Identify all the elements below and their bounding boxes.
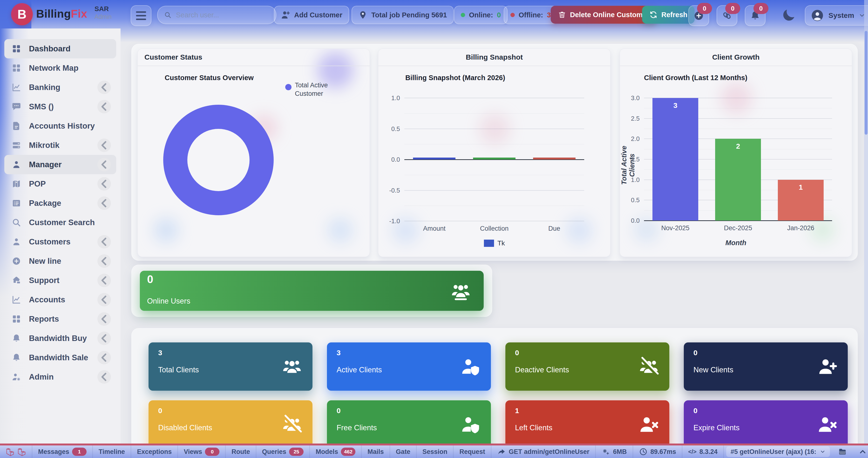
debug-tab-mails[interactable]: Mails [362,446,390,458]
debug-route[interactable]: GET admin/getOnlineUser [491,446,596,458]
chevron-left-icon[interactable] [97,196,111,210]
stat-card-expire-clients[interactable]: 0Expire Clients [684,400,848,449]
sidebar-item-support[interactable]: Support [4,271,116,290]
sidebar-item-sms[interactable]: SMS () [4,97,116,116]
sidebar-item-reports[interactable]: Reports [4,309,116,328]
user-x-icon [639,414,659,435]
chevron-left-icon[interactable] [97,158,111,171]
stat-card-left-clients[interactable]: 1Left Clients [505,400,669,449]
sidebar-item-pop[interactable]: POP [4,174,116,194]
debug-php-version[interactable]: </> 8.3.24 [682,446,724,458]
debug-tab-messages[interactable]: Messages1 [32,446,93,458]
chevron-left-icon[interactable] [97,235,111,249]
debug-tab-models[interactable]: Models462 [310,446,362,458]
chevron-left-icon[interactable] [97,370,111,384]
debug-tab-route[interactable]: Route [226,446,256,458]
sidebar-item-accounts-history[interactable]: Accounts History [4,116,116,136]
user-gear-icon [11,372,21,382]
sidebar-item-accounts[interactable]: Accounts [4,290,116,309]
stat-card-active-clients[interactable]: 3Active Clients [327,342,491,391]
sidebar-item-banking[interactable]: Banking [4,78,116,97]
chevron-left-icon[interactable] [97,81,111,94]
total-job-pending-chip[interactable]: Total job Pending 5691 [351,6,454,24]
add-customer-button[interactable]: Add Customer [274,6,349,24]
links-button[interactable]: 0 [717,5,737,26]
debug-duration[interactable]: 89.67ms [633,446,683,458]
bar-nov-2025 [652,98,698,221]
sidebar-item-customer-search[interactable]: Customer Search [4,213,116,232]
y-tick-label: 0.0 [623,217,640,224]
avatar-icon [811,9,824,22]
y-tick-label: 0.5 [383,125,400,133]
person-icon [11,237,21,247]
debug-tab-queries[interactable]: Queries25 [256,446,310,458]
chevron-left-icon[interactable] [97,293,111,307]
stat-card-new-clients[interactable]: 0New Clients [684,342,848,391]
debug-minimize-button[interactable] [852,446,868,458]
laravel-logo-icon[interactable] [0,446,32,458]
chevron-left-icon[interactable] [97,351,111,364]
plus-icon [11,256,21,266]
sidebar-item-manager[interactable]: Manager [4,155,116,174]
sidebar-item-bandwidth-buy[interactable]: Bandwidth Buy [4,328,116,348]
quick-add-button[interactable]: 0 [688,5,709,26]
online-users-value: 0 [147,273,153,286]
debug-folder-button[interactable] [832,446,852,458]
debug-request-select[interactable]: #5 getOnlineUser (ajax) (16: [726,447,830,457]
sidebar-item-package[interactable]: Package [4,194,116,213]
sidebar-item-mikrotik[interactable]: Mikrotik [4,136,116,155]
brand-title: BillingFix [36,7,87,20]
delete-online-customer-button[interactable]: Delete Online Customer [551,6,656,24]
sidebar-user-mini: SAR Admin [94,5,112,20]
y-tick-label: 1.0 [383,94,400,102]
stat-card-total-clients[interactable]: 3Total Clients [149,342,312,391]
gridline [404,98,584,98]
scrollbar-thumb[interactable] [865,31,868,135]
y-tick-label: 1.5 [623,155,640,163]
notifications-button[interactable]: 0 [745,5,766,26]
debug-tab-request[interactable]: Request [454,446,491,458]
user-menu[interactable]: System [805,5,868,26]
debug-tab-session[interactable]: Session [416,446,454,458]
chevron-left-icon[interactable] [97,254,111,268]
sidebar-toggle-button[interactable] [131,5,151,26]
debug-memory[interactable]: 6MB [596,446,633,458]
bar-amount [413,158,456,160]
chevron-left-icon[interactable] [97,177,111,191]
online-users-card[interactable]: 0 Online Users [140,271,484,311]
sidebar-item-dashboard[interactable]: Dashboard [4,39,116,58]
users-slash-icon [639,356,659,377]
stat-card-deactive-clients[interactable]: 0Deactive Clients [505,342,669,391]
chevron-left-icon[interactable] [97,139,111,152]
search-icon [11,218,21,227]
sidebar-item-network-map[interactable]: Network Map [4,58,116,78]
dark-mode-toggle[interactable] [781,7,797,23]
search-input[interactable] [176,11,270,19]
debugbar: Messages1TimelineExceptionsViews0RouteQu… [0,443,868,458]
debug-tab-views[interactable]: Views0 [178,446,226,458]
sidebar-item-customers[interactable]: Customers [4,232,116,252]
debug-tab-label: Request [459,448,485,456]
chevron-left-icon[interactable] [97,332,111,345]
sidebar-item-admin[interactable]: Admin [4,367,116,387]
sidebar-item-new-line[interactable]: New line [4,252,116,271]
stat-value: 0 [693,349,698,357]
stat-card-disabled-clients[interactable]: 0Disabled Clients [149,400,312,449]
debug-tab-gate[interactable]: Gate [390,446,416,458]
chevron-left-icon[interactable] [97,274,111,287]
debugbar-right: GET admin/getOnlineUser 6MB 89.67ms </> … [491,446,868,458]
user-shield-icon [460,414,481,435]
sidebar-item-label: Bandwidth Sale [29,353,88,362]
y-tick-label: 1.0 [623,176,640,183]
gears-icon [601,448,610,456]
chevron-left-icon[interactable] [97,312,111,326]
stat-card-free-clients[interactable]: 0Free Clients [327,400,491,449]
chevron-left-icon[interactable] [97,100,111,113]
online-value: 0 [497,11,501,19]
debug-tab-timeline[interactable]: Timeline [93,446,131,458]
refresh-button[interactable]: Refresh [642,6,695,24]
customer-status-header: Customer Status [138,49,370,66]
server-icon [11,140,21,150]
debug-tab-exceptions[interactable]: Exceptions [131,446,178,458]
sidebar-item-bandwidth-sale[interactable]: Bandwidth Sale [4,348,116,367]
